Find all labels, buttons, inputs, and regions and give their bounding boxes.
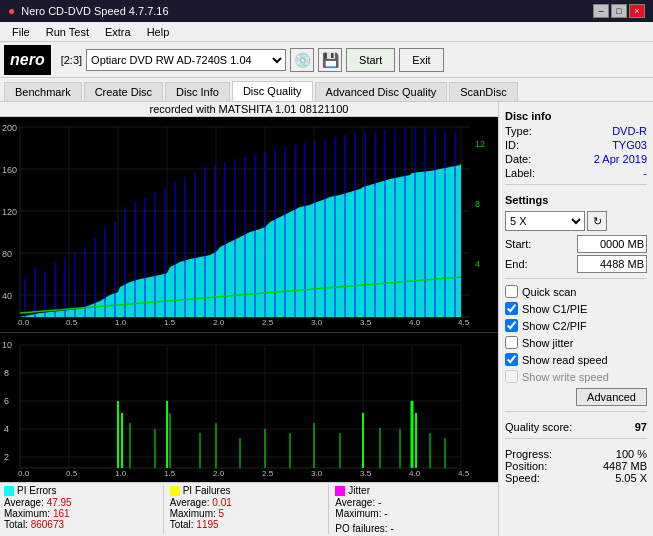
svg-text:0.0: 0.0 [18,469,30,478]
menu-bar: File Run Test Extra Help [0,22,653,42]
bottom-chart: 10 8 6 4 2 [0,333,490,478]
svg-text:3.5: 3.5 [360,469,372,478]
pi-failures-color [170,486,180,496]
app-icon: ● [8,4,15,18]
svg-text:3.0: 3.0 [311,469,323,478]
disc-icon-btn[interactable]: 💿 [290,48,314,72]
svg-text:4: 4 [475,259,480,269]
svg-text:4.0: 4.0 [409,318,421,327]
show-c1-pie-checkbox[interactable] [505,302,518,315]
svg-text:3.5: 3.5 [360,318,372,327]
toolbar: nero [2:3] Optiarc DVD RW AD-7240S 1.04 … [0,42,653,78]
disc-label-row: Label: - [505,167,647,179]
show-write-speed-row: Show write speed [505,370,647,383]
right-panel: Disc info Type: DVD-R ID: TYG03 Date: 2 … [498,102,653,536]
svg-text:3.0: 3.0 [311,318,323,327]
drive-select[interactable]: Optiarc DVD RW AD-7240S 1.04 [86,49,286,71]
svg-text:40: 40 [2,291,12,301]
start-button[interactable]: Start [346,48,395,72]
tab-advanced-disc-quality[interactable]: Advanced Disc Quality [315,82,448,101]
title-bar-text: Nero CD-DVD Speed 4.7.7.16 [21,5,168,17]
svg-text:8: 8 [4,368,9,378]
divider-4 [505,438,647,439]
show-read-speed-row: Show read speed [505,353,647,366]
save-icon-btn[interactable]: 💾 [318,48,342,72]
disc-info-title: Disc info [505,110,647,122]
progress-row: Progress: 100 % [505,448,647,460]
progress-section: Progress: 100 % Position: 4487 MB Speed:… [505,448,647,484]
tab-benchmark[interactable]: Benchmark [4,82,82,101]
svg-text:4.0: 4.0 [409,469,421,478]
tabs-bar: Benchmark Create Disc Disc Info Disc Qua… [0,78,653,102]
start-mb-row: Start: [505,235,647,253]
show-c2-pif-row: Show C2/PIF [505,319,647,332]
speed-row: Speed: 5.05 X [505,472,647,484]
top-chart: 200 160 120 80 40 12 8 4 [0,117,490,327]
tab-scan-disc[interactable]: ScanDisc [449,82,517,101]
show-read-speed-checkbox[interactable] [505,353,518,366]
svg-text:0.0: 0.0 [18,318,30,327]
close-button[interactable]: × [629,4,645,18]
menu-help[interactable]: Help [139,24,178,40]
position-row: Position: 4487 MB [505,460,647,472]
svg-text:1.5: 1.5 [164,318,176,327]
svg-text:1.5: 1.5 [164,469,176,478]
pi-errors-color [4,486,14,496]
disc-type-row: Type: DVD-R [505,125,647,137]
tab-disc-info[interactable]: Disc Info [165,82,230,101]
menu-extra[interactable]: Extra [97,24,139,40]
svg-text:2.0: 2.0 [213,469,225,478]
menu-run-test[interactable]: Run Test [38,24,97,40]
svg-text:8: 8 [475,199,480,209]
maximize-button[interactable]: □ [611,4,627,18]
show-c1-pie-row: Show C1/PIE [505,302,647,315]
divider-3 [505,411,647,412]
svg-text:1.0: 1.0 [115,318,127,327]
svg-text:0.5: 0.5 [66,318,78,327]
svg-text:4: 4 [4,424,9,434]
title-bar-controls: – □ × [593,4,645,18]
svg-text:160: 160 [2,165,17,175]
divider-2 [505,278,647,279]
stats-row: PI Errors Average: 47.95 Maximum: 161 To… [0,482,498,536]
minimize-button[interactable]: – [593,4,609,18]
end-mb-input[interactable] [577,255,647,273]
nero-logo: nero [4,45,51,75]
advanced-button[interactable]: Advanced [576,388,647,406]
svg-text:12: 12 [475,139,485,149]
svg-text:0.5: 0.5 [66,469,78,478]
show-write-speed-checkbox[interactable] [505,370,518,383]
disc-date-row: Date: 2 Apr 2019 [505,153,647,165]
show-c2-pif-checkbox[interactable] [505,319,518,332]
quick-scan-checkbox[interactable] [505,285,518,298]
svg-text:4.5: 4.5 [458,318,470,327]
refresh-btn[interactable]: ↻ [587,211,607,231]
end-mb-row: End: [505,255,647,273]
svg-text:120: 120 [2,207,17,217]
speed-select[interactable]: 5 X 1 X 2 X 4 X 8 X Max [505,211,585,231]
svg-text:2.0: 2.0 [213,318,225,327]
quick-scan-row: Quick scan [505,285,647,298]
menu-file[interactable]: File [4,24,38,40]
tab-disc-quality[interactable]: Disc Quality [232,81,313,101]
exit-button[interactable]: Exit [399,48,443,72]
jitter-stat: Jitter Average: - Maximum: - PO failures… [328,485,494,534]
svg-text:80: 80 [2,249,12,259]
speed-row: 5 X 1 X 2 X 4 X 8 X Max ↻ [505,211,647,231]
main-content: recorded with MATSHITA 1.01 08121100 200… [0,102,653,536]
svg-text:2.5: 2.5 [262,318,274,327]
svg-text:2.5: 2.5 [262,469,274,478]
svg-text:4.5: 4.5 [458,469,470,478]
start-mb-input[interactable] [577,235,647,253]
tab-create-disc[interactable]: Create Disc [84,82,163,101]
show-jitter-checkbox[interactable] [505,336,518,349]
svg-text:1.0: 1.0 [115,469,127,478]
svg-text:200: 200 [2,123,17,133]
pi-errors-stat: PI Errors Average: 47.95 Maximum: 161 To… [4,485,163,534]
jitter-color [335,486,345,496]
svg-text:2: 2 [4,452,9,462]
settings-title: Settings [505,194,647,206]
disc-id-row: ID: TYG03 [505,139,647,151]
svg-text:6: 6 [4,396,9,406]
divider-1 [505,184,647,185]
